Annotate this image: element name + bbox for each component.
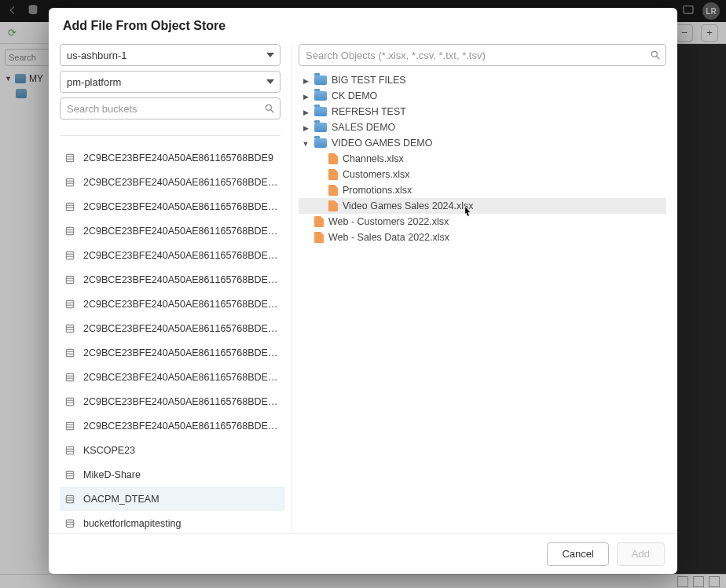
- bucket-icon: [64, 299, 75, 310]
- bucket-name: 2C9BCE23BFE240A50AE861165768BDE9_other: [83, 323, 280, 334]
- bucket-name: bucketforlcmapitesting: [83, 518, 181, 529]
- bucket-name: MikeD-Share: [83, 469, 141, 480]
- bucket-name: 2C9BCE23BFE240A50AE861165768BDE9_temp: [83, 396, 280, 407]
- add-file-modal: Add File From Object Store us-ashburn-1 …: [49, 8, 677, 574]
- svg-rect-28: [66, 349, 73, 356]
- tree-label: Video Games Sales 2024.xlsx: [343, 200, 474, 211]
- compartment-select-value: pm-platform: [67, 76, 121, 88]
- add-button[interactable]: Add: [617, 542, 665, 566]
- cancel-button[interactable]: Cancel: [547, 542, 608, 566]
- bucket-item[interactable]: 2C9BCE23BFE240A50AE861165768BDE9_assets: [60, 194, 285, 219]
- tree-label: BIG TEST FILES: [332, 75, 406, 86]
- folder-icon: [314, 123, 327, 132]
- svg-rect-19: [66, 276, 73, 283]
- bucket-name: OACPM_DTEAM: [83, 494, 160, 505]
- folder-icon: [314, 107, 327, 116]
- object-search-input[interactable]: [299, 44, 666, 66]
- file-icon: [328, 185, 338, 196]
- tree-label: CK DEMO: [332, 90, 377, 101]
- bucket-icon: [64, 421, 75, 432]
- bucket-list[interactable]: 2C9BCE23BFE240A50AE861165768BDE92C9BCE23…: [60, 141, 290, 533]
- file-icon: [328, 169, 338, 180]
- tree-file[interactable]: Promotions.xlsx: [299, 182, 666, 198]
- tree-label: Customers.xlsx: [343, 169, 409, 180]
- tree-file[interactable]: Web - Sales Data 2022.xlsx: [299, 230, 666, 245]
- tree-caret-icon[interactable]: [302, 123, 310, 132]
- tree-folder[interactable]: SALES DEMO: [299, 119, 666, 135]
- bucket-item[interactable]: 2C9BCE23BFE240A50AE861165768BDE9_caasjob…: [60, 219, 285, 243]
- svg-point-52: [651, 51, 657, 57]
- bucket-item[interactable]: KSCOPE23: [60, 438, 285, 462]
- bucket-icon: [64, 372, 75, 383]
- tree-label: Web - Customers 2022.xlsx: [328, 216, 449, 227]
- tree-caret-icon[interactable]: [302, 108, 310, 116]
- svg-rect-22: [66, 300, 73, 307]
- folder-icon: [314, 138, 327, 148]
- folder-icon: [314, 91, 327, 101]
- bucket-name: 2C9BCE23BFE240A50AE861165768BDE9_caasjob…: [83, 226, 280, 237]
- svg-rect-34: [66, 398, 73, 405]
- svg-rect-43: [66, 471, 73, 478]
- tree-label: SALES DEMO: [332, 122, 395, 133]
- folder-icon: [314, 75, 327, 85]
- bucket-search-input[interactable]: [60, 97, 280, 119]
- bucket-item[interactable]: 2C9BCE23BFE240A50AE861165768BDE9_content…: [60, 267, 285, 292]
- tree-label: Promotions.xlsx: [343, 185, 412, 196]
- bucket-icon: [64, 274, 75, 285]
- tree-folder[interactable]: REFRESH TEST: [299, 104, 666, 119]
- svg-rect-4: [66, 154, 73, 161]
- bucket-name: KSCOPE23: [83, 445, 135, 456]
- tree-label: REFRESH TEST: [332, 106, 406, 117]
- divider: [60, 135, 280, 136]
- bucket-item[interactable]: 2C9BCE23BFE240A50AE861165768BDE9_dedup: [60, 292, 285, 316]
- bucket-item[interactable]: OACPM_DTEAM: [60, 487, 285, 511]
- compartment-select[interactable]: pm-platform: [60, 71, 280, 93]
- svg-rect-10: [66, 203, 73, 210]
- bucket-icon: [64, 518, 75, 529]
- bucket-item[interactable]: 2C9BCE23BFE240A50AE861165768BDE9_001: [60, 170, 285, 194]
- bucket-icon: [64, 494, 75, 505]
- bucket-icon: [64, 396, 75, 407]
- bucket-icon: [64, 153, 75, 164]
- bucket-item[interactable]: bucketforlcmapitesting: [60, 511, 285, 533]
- tree-file[interactable]: Channels.xlsx: [299, 151, 666, 167]
- region-select[interactable]: us-ashburn-1: [60, 44, 280, 66]
- bucket-item[interactable]: 2C9BCE23BFE240A50AE861165768BDE9_other: [60, 316, 285, 340]
- bucket-item[interactable]: 2C9BCE23BFE240A50AE861165768BDE9_renditi…: [60, 340, 285, 365]
- tree-folder[interactable]: BIG TEST FILES: [299, 72, 666, 88]
- left-panel: us-ashburn-1 pm-platform: [49, 44, 292, 533]
- bucket-item[interactable]: 2C9BCE23BFE240A50AE861165768BDE9: [60, 145, 285, 170]
- svg-rect-40: [66, 447, 73, 454]
- bucket-icon: [64, 347, 75, 358]
- bucket-name: 2C9BCE23BFE240A50AE861165768BDE9_dedup: [83, 299, 280, 310]
- bucket-item[interactable]: 2C9BCE23BFE240A50AE861165768BDE9_temp: [60, 389, 285, 413]
- svg-rect-37: [66, 422, 73, 429]
- bucket-item[interactable]: 2C9BCE23BFE240A50AE861165768BDE9_temp2: [60, 413, 285, 438]
- bucket-name: 2C9BCE23BFE240A50AE861165768BDE9_stage: [83, 372, 280, 383]
- svg-rect-7: [66, 178, 73, 186]
- bucket-icon: [64, 445, 75, 456]
- bucket-item[interactable]: MikeD-Share: [60, 462, 285, 487]
- tree-caret-icon[interactable]: [302, 92, 310, 101]
- bucket-name: 2C9BCE23BFE240A50AE861165768BDE9_renditi…: [83, 347, 280, 358]
- tree-label: VIDEO GAMES DEMO: [332, 138, 433, 149]
- tree-file[interactable]: Video Games Sales 2024.xlsx: [299, 198, 666, 214]
- region-select-value: us-ashburn-1: [67, 50, 127, 61]
- tree-caret-icon[interactable]: [302, 139, 310, 148]
- tree-label: Web - Sales Data 2022.xlsx: [328, 232, 449, 243]
- modal-footer: Cancel Add: [49, 533, 677, 574]
- tree-caret-icon[interactable]: [302, 76, 310, 85]
- tree-folder[interactable]: VIDEO GAMES DEMO: [299, 135, 666, 151]
- tree-folder[interactable]: CK DEMO: [299, 88, 666, 104]
- tree-file[interactable]: Customers.xlsx: [299, 167, 666, 182]
- bucket-item[interactable]: 2C9BCE23BFE240A50AE861165768BDE9_content: [60, 243, 285, 267]
- search-icon: [650, 50, 661, 61]
- tree-file[interactable]: Web - Customers 2022.xlsx: [299, 214, 666, 230]
- svg-rect-25: [66, 325, 73, 332]
- bucket-icon: [64, 323, 75, 334]
- right-panel: BIG TEST FILESCK DEMOREFRESH TESTSALES D…: [292, 44, 677, 533]
- bucket-name: 2C9BCE23BFE240A50AE861165768BDE9: [83, 153, 273, 164]
- bucket-item[interactable]: 2C9BCE23BFE240A50AE861165768BDE9_stage: [60, 365, 285, 389]
- svg-rect-16: [66, 252, 73, 259]
- file-tree[interactable]: BIG TEST FILESCK DEMOREFRESH TESTSALES D…: [299, 72, 666, 533]
